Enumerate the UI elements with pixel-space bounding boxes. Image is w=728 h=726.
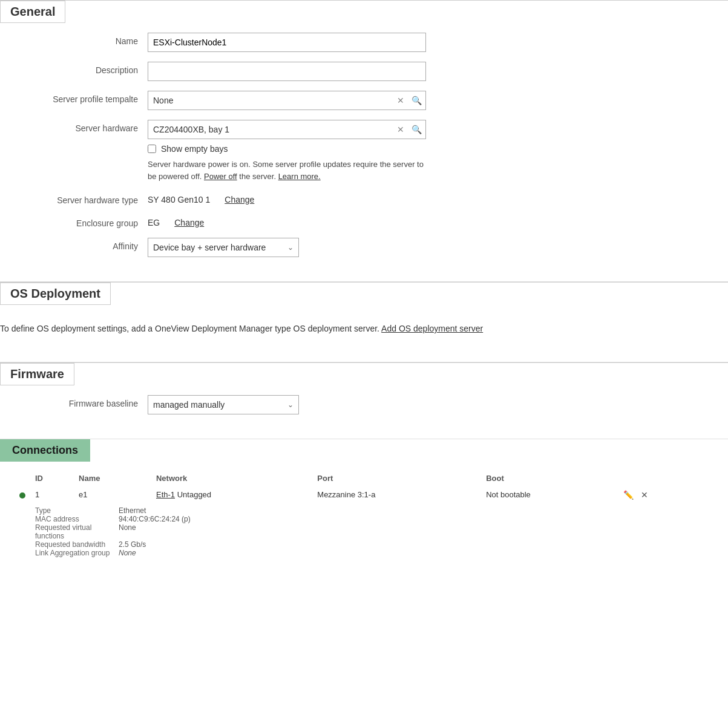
- conn-type-label: Type: [35, 506, 114, 515]
- conn-network-tag: Untagged: [177, 490, 211, 499]
- affinity-label: Affinity: [15, 238, 148, 251]
- server-hardware-clear-button[interactable]: ✕: [393, 125, 408, 134]
- conn-actions-col-header: [616, 471, 713, 488]
- server-profile-template-field[interactable]: None ✕ 🔍: [148, 91, 426, 110]
- conn-id-cell: 1: [30, 488, 74, 503]
- add-os-deployment-server-link[interactable]: Add OS deployment server: [381, 324, 483, 333]
- conn-port-col-header: Port: [312, 471, 481, 488]
- os-deployment-info: To define OS deployment settings, add a …: [0, 312, 728, 350]
- show-empty-bays-checkbox[interactable]: [148, 145, 156, 153]
- server-hardware-field[interactable]: CZ204400XB, bay 1 ✕ 🔍: [148, 120, 426, 139]
- conn-mac-value: 94:40:C9:6C:24:24 (p): [119, 515, 709, 523]
- server-profile-template-label: Server profile tempalte: [15, 91, 148, 104]
- conn-boot-cell: Not bootable: [481, 488, 616, 503]
- connection-details-row: Type Ethernet MAC address 94:40:C9:6C:24…: [15, 503, 713, 560]
- show-empty-bays-label: Show empty bays: [161, 144, 228, 154]
- server-hardware-search-button[interactable]: 🔍: [408, 125, 425, 134]
- conn-actions-cell: ✏️ ✕: [616, 488, 713, 503]
- connections-section-title: Connections: [0, 439, 90, 462]
- conn-edit-button[interactable]: ✏️: [621, 490, 636, 500]
- learn-more-link[interactable]: Learn more.: [278, 172, 321, 181]
- enclosure-group-value: EG: [148, 218, 160, 227]
- conn-type-value: Ethernet: [119, 506, 709, 515]
- server-hardware-type-change-button[interactable]: Change: [225, 195, 254, 204]
- conn-port-cell: Mezzanine 3:1-a: [312, 488, 481, 503]
- power-off-link[interactable]: Power off: [204, 172, 237, 181]
- server-hardware-label: Server hardware: [15, 120, 148, 133]
- conn-network-col-header: Network: [151, 471, 312, 488]
- affinity-chevron-icon: ⌄: [283, 243, 298, 252]
- affinity-select[interactable]: Device bay + server hardware ⌄: [148, 238, 299, 257]
- name-label: Name: [15, 33, 148, 46]
- enclosure-group-label: Enclosure group: [15, 215, 148, 228]
- conn-network-link[interactable]: Eth-1: [156, 490, 175, 499]
- os-deployment-section-title: OS Deployment: [0, 283, 111, 305]
- server-hardware-value: CZ204400XB, bay 1: [148, 125, 393, 134]
- firmware-baseline-value: managed manually: [148, 400, 283, 410]
- server-profile-template-value: None: [148, 96, 393, 105]
- server-hardware-type-label: Server hardware type: [15, 192, 148, 205]
- affinity-value: Device bay + server hardware: [148, 243, 283, 252]
- firmware-baseline-select[interactable]: managed manually ⌄: [148, 395, 299, 414]
- conn-bw-label: Requested bandwidth: [35, 540, 114, 549]
- conn-vf-label: Requested virtual functions: [35, 523, 114, 540]
- conn-lag-value: None: [119, 549, 709, 557]
- server-profile-template-search-button[interactable]: 🔍: [408, 96, 425, 105]
- enclosure-group-change-button[interactable]: Change: [174, 218, 204, 227]
- conn-boot-col-header: Boot: [481, 471, 616, 488]
- server-profile-template-clear-button[interactable]: ✕: [393, 96, 408, 105]
- general-section-title: General: [0, 1, 65, 23]
- connection-status-indicator: [19, 492, 25, 499]
- firmware-baseline-label: Firmware baseline: [15, 395, 148, 408]
- name-input[interactable]: [148, 33, 426, 52]
- firmware-baseline-chevron-icon: ⌄: [283, 401, 298, 409]
- conn-name-cell: e1: [74, 488, 151, 503]
- power-info-text: Server hardware power is on. Some server…: [148, 159, 426, 182]
- conn-name-col-header: Name: [74, 471, 151, 488]
- firmware-section-title: Firmware: [0, 363, 74, 385]
- conn-vf-value: None: [119, 523, 709, 540]
- conn-id-col-header: ID: [30, 471, 74, 488]
- conn-delete-button[interactable]: ✕: [638, 490, 651, 500]
- conn-bw-value: 2.5 Gb/s: [119, 540, 709, 549]
- table-row: 1 e1 Eth-1 Untagged Mezzanine 3:1-a Not …: [15, 488, 713, 503]
- conn-lag-label: Link Aggregation group: [35, 549, 114, 557]
- description-input[interactable]: [148, 62, 426, 81]
- server-hardware-type-value: SY 480 Gen10 1: [148, 195, 210, 204]
- conn-status-col-header: [15, 471, 30, 488]
- description-label: Description: [15, 62, 148, 75]
- conn-network-cell: Eth-1 Untagged: [151, 488, 312, 503]
- conn-mac-label: MAC address: [35, 515, 114, 523]
